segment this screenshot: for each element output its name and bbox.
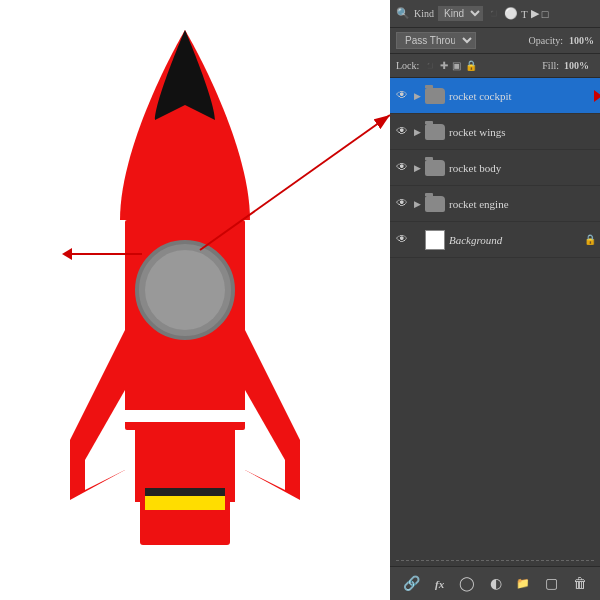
shape-icon[interactable]: ▶ [531,7,539,20]
eye-icon-cockpit[interactable]: 👁 [394,88,410,103]
folder-icon-body [425,160,445,176]
lock-label: Lock: [396,60,419,71]
lock-icons-group: ◾ ✚ ▣ 🔒 [424,60,477,71]
layer-mask-icon[interactable]: ◯ [459,575,475,592]
lock-artboards-icon[interactable]: ▣ [452,60,461,71]
type-icon[interactable]: T [521,8,528,20]
rocket-illustration [50,20,320,590]
canvas-area [0,0,390,600]
lock-pixels-icon[interactable]: ◾ [424,60,436,71]
opacity-label: Opacity: [529,35,563,46]
kind-dropdown[interactable]: Kind [438,6,483,21]
layer-name-cockpit: rocket cockpit [449,90,596,102]
pixel-icon[interactable]: ◾ [487,7,501,20]
svg-point-8 [145,250,225,330]
layer-name-engine: rocket engine [449,198,596,210]
fill-label: Fill: [542,60,559,71]
filter-icons: ◾ ⚪ T ▶ □ [487,7,548,20]
link-icon[interactable]: 🔗 [403,575,420,592]
arrow-line [72,253,142,255]
layer-name-wings: rocket wings [449,126,596,138]
panel-bottom-toolbar: 🔗 fx ◯ ◐ 📁 ▢ 🗑 [390,566,600,600]
layers-panel: 🔍 Kind Kind ◾ ⚪ T ▶ □ Pass Through Opaci… [390,0,600,600]
lock-fill-row: Lock: ◾ ✚ ▣ 🔒 Fill: 100% [390,54,600,78]
bg-lock-icon: 🔒 [584,234,596,245]
blend-mode-dropdown[interactable]: Pass Through [396,32,476,49]
folder-icon-cockpit [425,88,445,104]
bg-thumbnail [425,230,445,250]
lock-all-icon[interactable]: 🔒 [465,60,477,71]
fill-value: 100% [564,60,589,71]
layer-name-bg: Background [449,234,580,246]
svg-rect-6 [145,488,225,496]
eye-icon-body[interactable]: 👁 [394,160,410,175]
layer-item-rocket-wings[interactable]: 👁 ▶ rocket wings [390,114,600,150]
expand-arrow-wings[interactable]: ▶ [414,127,421,137]
expand-arrow-engine[interactable]: ▶ [414,199,421,209]
smart-icon[interactable]: □ [542,8,549,20]
delete-layer-icon[interactable]: 🗑 [573,576,587,592]
new-group-icon[interactable]: 📁 [516,577,530,590]
layer-item-rocket-engine[interactable]: 👁 ▶ rocket engine [390,186,600,222]
adjustment-layer-icon[interactable]: ◐ [490,575,502,592]
layer-item-rocket-cockpit[interactable]: 👁 ▶ rocket cockpit [390,78,600,114]
search-icon: 🔍 [396,7,410,20]
fx-icon[interactable]: fx [435,578,444,590]
folder-icon-wings [425,124,445,140]
blend-mode-row: Pass Through Opacity: 100% [390,28,600,54]
layers-list: 👁 ▶ rocket cockpit 👁 ▶ rocket wings 👁 ▶ … [390,78,600,556]
panel-arrow-indicator [594,90,600,102]
opacity-value: 100% [569,35,594,46]
layer-name-body: rocket body [449,162,596,174]
new-layer-icon[interactable]: ▢ [545,575,558,592]
panel-toolbar: 🔍 Kind Kind ◾ ⚪ T ▶ □ [390,0,600,28]
eye-icon-engine[interactable]: 👁 [394,196,410,211]
eye-icon-bg[interactable]: 👁 [394,232,410,247]
arrow-annotation [62,248,142,260]
kind-label: Kind [414,8,434,19]
expand-arrow-bg: ▶ [414,235,421,245]
layer-item-background[interactable]: 👁 ▶ Background 🔒 [390,222,600,258]
arrow-head-icon [62,248,72,260]
expand-arrow-body[interactable]: ▶ [414,163,421,173]
eye-icon-wings[interactable]: 👁 [394,124,410,139]
lock-move-icon[interactable]: ✚ [440,60,448,71]
separator [390,556,600,566]
folder-icon-engine [425,196,445,212]
svg-rect-1 [120,410,250,422]
layer-item-rocket-body[interactable]: 👁 ▶ rocket body [390,150,600,186]
adjustment-icon[interactable]: ⚪ [504,7,518,20]
expand-arrow-cockpit[interactable]: ▶ [414,91,421,101]
